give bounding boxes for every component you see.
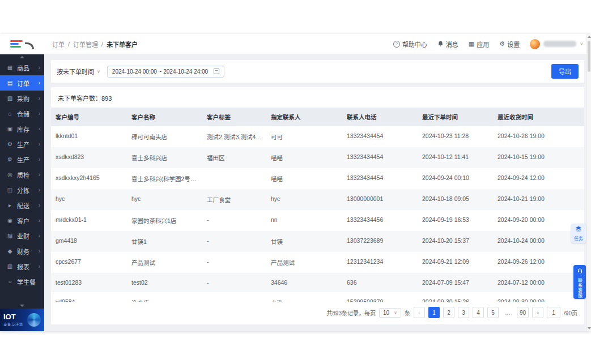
- cell-customer-tag: -: [202, 210, 266, 231]
- sidebar-item-student-meals[interactable]: ○ 学生餐: [0, 274, 44, 289]
- cell-contact-phone: 13323434454: [342, 168, 418, 189]
- table-card: 未下单客户数：893 客户编号客户名称客户标签指定联系人联系人电话最近下单时间最…: [51, 87, 584, 324]
- settings-button[interactable]: ⚙ 设置: [499, 40, 520, 49]
- sidebar-item-label: 报表: [17, 262, 35, 271]
- cell-customer-id: yd9584: [51, 292, 127, 302]
- page-button-3[interactable]: 3: [458, 307, 469, 318]
- table-row[interactable]: hyc hyc 工厂食堂 hyc 13000000001 2024-10-18 …: [51, 189, 584, 210]
- customer-count-value: 893: [101, 95, 112, 102]
- cell-customer-name: 家园的茶科兴1店: [127, 210, 202, 231]
- sidebar-item-goods[interactable]: ▦ 商品 ›: [0, 60, 44, 75]
- contact-service-button[interactable]: 联系客服: [573, 265, 586, 299]
- breadcrumb: 订单 / 订单管理 / 未下单客户: [52, 40, 138, 49]
- cell-customer-tag: 工厂食堂: [202, 189, 266, 210]
- table-column-header: 最近下单时间: [418, 108, 493, 126]
- sidebar-item-production-1[interactable]: ⚙ 生产 ›: [0, 136, 44, 152]
- table-row[interactable]: xsdkxkxy2h4165 喜士多科兴(科学园2号1... 喵喵 133234…: [51, 168, 584, 189]
- cell-contact-phone: 13323434456: [342, 210, 418, 231]
- table-row[interactable]: cpcs2677 产品测试 - 产品测试 12312341234 2024-09…: [51, 252, 584, 273]
- app-window: 订单 / 订单管理 / 未下单客户 ? 帮助中心 消息 ▦: [0, 34, 591, 331]
- page-button-90[interactable]: 90: [517, 307, 529, 318]
- filter-type-select[interactable]: 按未下单时间 ∨: [57, 67, 100, 76]
- iot-subtitle: 设备与环境: [3, 322, 23, 327]
- chevron-right-icon: ›: [39, 172, 40, 178]
- cell-customer-name: 喜士多科兴店: [127, 147, 202, 168]
- contact-service-label: 联系客服: [577, 278, 583, 298]
- breadcrumb-order-management[interactable]: 订单管理: [73, 40, 98, 49]
- page-button-ellipsis[interactable]: …: [502, 307, 513, 318]
- sidebar-item-label: 仓储: [17, 109, 35, 118]
- sidebar-item-label: 分拣: [17, 186, 35, 195]
- sidebar-item-icon: ◆: [6, 249, 14, 254]
- user-name-blurred: [543, 41, 576, 47]
- table-column-header: 指定联系人: [266, 108, 342, 126]
- cell-contact-phone: 13000000001: [342, 189, 418, 210]
- chevron-down-icon: [20, 305, 24, 307]
- cell-customer-tag: 测试2,测试3,测试4...: [202, 126, 266, 147]
- table-row[interactable]: yd9584 渔の店 - 小渔 15299509379 2024-09-30 1…: [51, 292, 584, 302]
- sidebar-item-inventory[interactable]: ▣ 库存 ›: [0, 121, 44, 136]
- sidebar-item-production-2[interactable]: ⚙ 生产 ›: [0, 152, 44, 167]
- page-jump-input[interactable]: [547, 307, 560, 318]
- sidebar-item-sorting[interactable]: ◫ 分拣 ›: [0, 182, 44, 198]
- table-row[interactable]: xsdkxd823 喜士多科兴店 福田区 喵喵 13323434454 2024…: [51, 147, 584, 168]
- help-center-button[interactable]: ? 帮助中心: [393, 40, 427, 49]
- vertical-scrollbar[interactable]: [586, 34, 591, 331]
- messages-label: 消息: [446, 40, 458, 49]
- cell-last-delivery-time: 2024-07-12 00:00: [493, 273, 584, 292]
- scroll-down-arrow-icon: [588, 327, 591, 329]
- sidebar-item-orders[interactable]: ▤ 订单 ›: [0, 75, 44, 91]
- sidebar-item-reports[interactable]: ▥ 报表 ›: [0, 259, 44, 274]
- chevron-right-icon: ›: [39, 126, 40, 132]
- sidebar-scroll-down[interactable]: [0, 303, 44, 309]
- sidebar-item-quality[interactable]: ◎ 质检 ›: [0, 167, 44, 182]
- messages-button[interactable]: 消息: [437, 40, 458, 49]
- sidebar-item-customers[interactable]: ◉ 客户 ›: [0, 213, 44, 228]
- sidebar-item-delivery[interactable]: ▸ 配送 ›: [0, 198, 44, 213]
- content-area: 按未下单时间 ∨ 2024-10-24 00:00 ~ 2024-10-24 2…: [44, 54, 591, 331]
- page-button-2[interactable]: 2: [443, 307, 454, 318]
- cell-customer-tag: -: [202, 252, 266, 273]
- export-button[interactable]: 导出: [551, 64, 579, 79]
- sidebar-menu: ▦ 商品 › ▤ 订单 › ▧ 采购 › ⌂ 仓储 ›: [0, 60, 44, 303]
- sidebar-item-purchase[interactable]: ▧ 采购 ›: [0, 91, 44, 106]
- chevron-up-icon: [20, 56, 24, 58]
- apps-button[interactable]: ▦ 应用: [469, 40, 489, 49]
- breadcrumb-orders[interactable]: 订单: [52, 40, 65, 49]
- sidebar-item-icon: ◉: [6, 218, 14, 224]
- chevron-right-icon: ›: [39, 248, 40, 254]
- table-row[interactable]: mrdckx01-1 家园的茶科兴1店 - nn 13323434456 202…: [51, 210, 584, 231]
- table-row[interactable]: test01283 test02 - 34646 636 2024-07-09 …: [51, 273, 584, 292]
- user-menu[interactable]: ∨: [530, 39, 583, 49]
- customer-count-label: 未下单客户数：: [58, 95, 101, 102]
- sidebar-item-biz-finance[interactable]: ▨ 业财 ›: [0, 228, 44, 243]
- chevron-right-icon: ›: [39, 95, 40, 101]
- chevron-right-icon: ›: [39, 233, 40, 239]
- sidebar-item-icon: ◫: [6, 187, 14, 193]
- sidebar-scroll-up[interactable]: [0, 54, 44, 60]
- cell-contact-person: 34646: [266, 273, 342, 292]
- cell-contact-phone: 12312341234: [342, 252, 418, 273]
- page-button-4[interactable]: 4: [473, 307, 484, 318]
- table-row[interactable]: lkkntd01 稞可可南头店 测试2,测试3,测试4... 可可 133234…: [51, 126, 584, 147]
- page-button-5[interactable]: 5: [487, 307, 499, 318]
- logo-bars-icon: [10, 40, 23, 48]
- sidebar-item-finance[interactable]: ◆ 财务 ›: [0, 243, 44, 259]
- sidebar-item-label: 客户: [17, 216, 35, 225]
- page-size-select[interactable]: 10 ∨: [379, 308, 401, 318]
- company-logo: [0, 34, 44, 54]
- table-row[interactable]: gm4418 甘镁1 - 甘镁 13037223689 2024-10-20 1…: [51, 231, 584, 252]
- date-range-input[interactable]: 2024-10-24 00:00 ~ 2024-10-24 24:00: [107, 66, 224, 78]
- layers-icon: [575, 226, 582, 234]
- next-page-button[interactable]: ›: [532, 307, 543, 318]
- page-button-1[interactable]: 1: [428, 307, 440, 318]
- prev-page-button[interactable]: ‹: [414, 307, 425, 318]
- pagination-total-label: 共893条记录，每页: [326, 309, 376, 317]
- cell-customer-tag: -: [202, 231, 266, 252]
- help-center-label: 帮助中心: [402, 40, 427, 49]
- date-range-value: 2024-10-24 00:00 ~ 2024-10-24 24:00: [112, 68, 208, 75]
- task-float-button[interactable]: 任务: [571, 224, 586, 243]
- cell-contact-phone: 13037223689: [342, 231, 418, 252]
- sidebar-item-warehouse[interactable]: ⌂ 仓储 ›: [0, 106, 44, 121]
- iot-title: IOT: [3, 313, 23, 321]
